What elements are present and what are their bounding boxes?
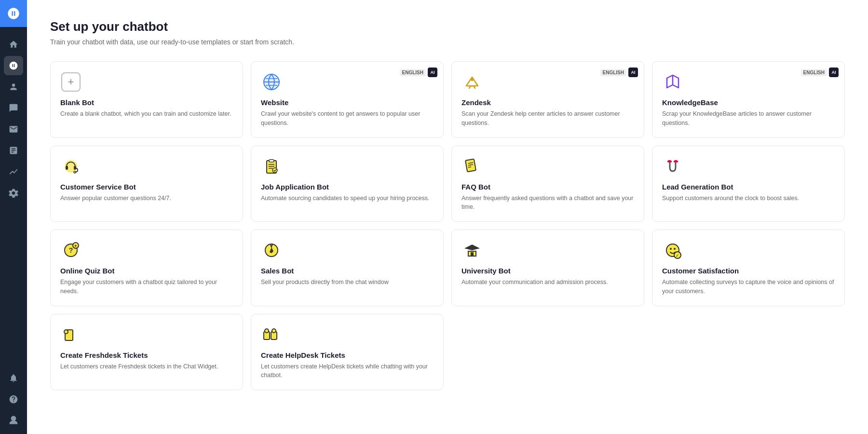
svg-text:✓: ✓ xyxy=(676,253,679,258)
card-title-online-quiz: Online Quiz Bot xyxy=(60,267,233,275)
svg-text:✦: ✦ xyxy=(74,244,78,248)
card-icon-sales xyxy=(261,240,282,261)
card-title-website: Website xyxy=(261,98,434,107)
logo-icon xyxy=(7,7,20,20)
page-subtitle: Train your chatbot with data, use our re… xyxy=(50,38,845,46)
lang-badge: ENGLISH xyxy=(400,69,426,76)
svg-point-16 xyxy=(272,168,277,173)
card-icon-university xyxy=(461,240,483,261)
svg-point-33 xyxy=(670,248,672,250)
bot-card-freshdesk[interactable]: Create Freshdesk Tickets Let customers c… xyxy=(50,314,243,391)
card-icon-blank: + xyxy=(60,71,81,93)
svg-point-34 xyxy=(674,248,676,250)
ai-badge: AI xyxy=(428,68,437,77)
card-desc-job-application: Automate sourcing candidates to speed up… xyxy=(261,194,434,203)
sidebar-nav xyxy=(0,31,27,365)
card-icon-knowledgebase xyxy=(662,71,683,93)
bot-card-university[interactable]: University Bot Automate your communicati… xyxy=(451,230,644,306)
card-title-job-application: Job Application Bot xyxy=(261,183,434,191)
card-desc-lead-generation: Support customers around the clock to bo… xyxy=(662,194,835,203)
card-desc-customer-service: Answer popular customer questions 24/7. xyxy=(60,194,233,203)
card-icon-faq xyxy=(461,156,483,177)
card-desc-website: Crawl your website's content to get answ… xyxy=(261,109,434,128)
ai-badge: AI xyxy=(628,68,638,77)
svg-text:?: ? xyxy=(69,246,73,254)
card-title-knowledgebase: KnowledgeBase xyxy=(662,98,835,107)
main-content: Set up your chatbot Train your chatbot w… xyxy=(27,0,868,434)
ai-badge: AI xyxy=(829,68,839,77)
bot-card-job-application[interactable]: Job Application Bot Automate sourcing ca… xyxy=(251,146,444,222)
card-desc-freshdesk: Let customers create Freshdesk tickets i… xyxy=(60,362,233,371)
bot-card-customer-service[interactable]: Customer Service Bot Answer popular cust… xyxy=(50,146,243,222)
sidebar-item-account[interactable] xyxy=(4,411,23,430)
bot-card-sales[interactable]: Sales Bot Sell your products directly fr… xyxy=(251,230,444,306)
card-icon-online-quiz: ?✦ xyxy=(60,240,81,261)
card-desc-helpdesk: Let customers create HelpDesk tickets wh… xyxy=(261,362,434,380)
page-title: Set up your chatbot xyxy=(50,19,845,34)
card-title-customer-service: Customer Service Bot xyxy=(60,183,233,191)
svg-rect-17 xyxy=(465,159,476,172)
svg-point-41 xyxy=(265,329,269,333)
bot-card-website[interactable]: ENGLISHAI Website Crawl your website's c… xyxy=(251,61,444,138)
card-title-university: University Bot xyxy=(461,267,634,275)
svg-rect-12 xyxy=(269,160,274,162)
card-desc-online-quiz: Engage your customers with a chatbot qui… xyxy=(60,278,233,296)
card-icon-lead-generation xyxy=(662,156,683,177)
svg-point-10 xyxy=(74,171,76,173)
sidebar-item-chat[interactable] xyxy=(4,98,23,118)
sidebar-bottom xyxy=(4,365,23,434)
card-title-sales: Sales Bot xyxy=(261,267,434,275)
card-title-zendesk: Zendesk xyxy=(461,98,634,107)
card-desc-knowledgebase: Scrap your KnowledgeBase articles to ans… xyxy=(662,109,835,128)
sidebar xyxy=(0,0,27,434)
svg-point-42 xyxy=(272,329,276,333)
card-icon-customer-satisfaction: ✓ xyxy=(662,240,683,261)
bot-card-zendesk[interactable]: ENGLISHAI Zendesk Scan your Zendesk help… xyxy=(451,61,644,138)
card-desc-university: Automate your communication and admissio… xyxy=(461,278,634,287)
card-icon-website xyxy=(261,71,282,93)
sidebar-item-inbox[interactable] xyxy=(4,56,23,75)
sidebar-item-analytics[interactable] xyxy=(4,162,23,181)
card-badges: ENGLISHAI xyxy=(600,68,638,77)
card-title-lead-generation: Lead Generation Bot xyxy=(662,183,835,191)
sidebar-item-notifications[interactable] xyxy=(4,368,23,388)
bot-card-knowledgebase[interactable]: ENGLISHAI KnowledgeBase Scrap your Knowl… xyxy=(652,61,845,138)
bot-card-online-quiz[interactable]: ?✦ Online Quiz Bot Engage your customers… xyxy=(50,230,243,306)
sidebar-item-help[interactable] xyxy=(4,390,23,409)
card-icon-customer-service xyxy=(60,156,81,177)
lang-badge: ENGLISH xyxy=(801,69,827,76)
card-icon-zendesk xyxy=(461,71,483,93)
card-title-freshdesk: Create Freshdesk Tickets xyxy=(60,351,233,359)
bot-card-helpdesk[interactable]: Create HelpDesk Tickets Let customers cr… xyxy=(251,314,444,391)
card-desc-customer-satisfaction: Automate collecting surveys to capture t… xyxy=(662,278,835,296)
card-desc-blank: Create a blank chatbot, which you can tr… xyxy=(60,109,233,119)
app-logo[interactable] xyxy=(0,0,27,27)
card-desc-faq: Answer frequently asked questions with a… xyxy=(461,194,634,212)
svg-rect-9 xyxy=(74,166,76,170)
bot-card-blank[interactable]: + Blank Bot Create a blank chatbot, whic… xyxy=(50,61,243,138)
card-title-customer-satisfaction: Customer Satisfaction xyxy=(662,267,835,275)
lang-badge: ENGLISH xyxy=(600,69,626,76)
sidebar-item-tickets[interactable] xyxy=(4,120,23,139)
card-icon-freshdesk xyxy=(60,324,81,345)
card-badges: ENGLISHAI xyxy=(400,68,437,77)
sidebar-item-settings[interactable] xyxy=(4,183,23,203)
sidebar-item-reports[interactable] xyxy=(4,141,23,160)
sidebar-item-home[interactable] xyxy=(4,35,23,54)
svg-point-5 xyxy=(471,78,474,81)
svg-rect-23 xyxy=(668,160,671,163)
svg-line-20 xyxy=(468,167,471,167)
svg-rect-31 xyxy=(471,252,474,256)
card-icon-helpdesk xyxy=(261,324,282,345)
card-title-helpdesk: Create HelpDesk Tickets xyxy=(261,351,434,359)
bot-card-customer-satisfaction[interactable]: ✓ Customer Satisfaction Automate collect… xyxy=(652,230,845,306)
card-title-faq: FAQ Bot xyxy=(461,183,634,191)
svg-rect-24 xyxy=(674,160,678,163)
card-icon-job-application xyxy=(261,156,282,177)
sidebar-item-contacts[interactable] xyxy=(4,77,23,96)
card-badges: ENGLISHAI xyxy=(801,68,839,77)
card-desc-zendesk: Scan your Zendesk help center articles t… xyxy=(461,109,634,128)
card-desc-sales: Sell your products directly from the cha… xyxy=(261,278,434,287)
bot-card-faq[interactable]: FAQ Bot Answer frequently asked question… xyxy=(451,146,644,222)
bot-card-lead-generation[interactable]: Lead Generation Bot Support customers ar… xyxy=(652,146,845,222)
